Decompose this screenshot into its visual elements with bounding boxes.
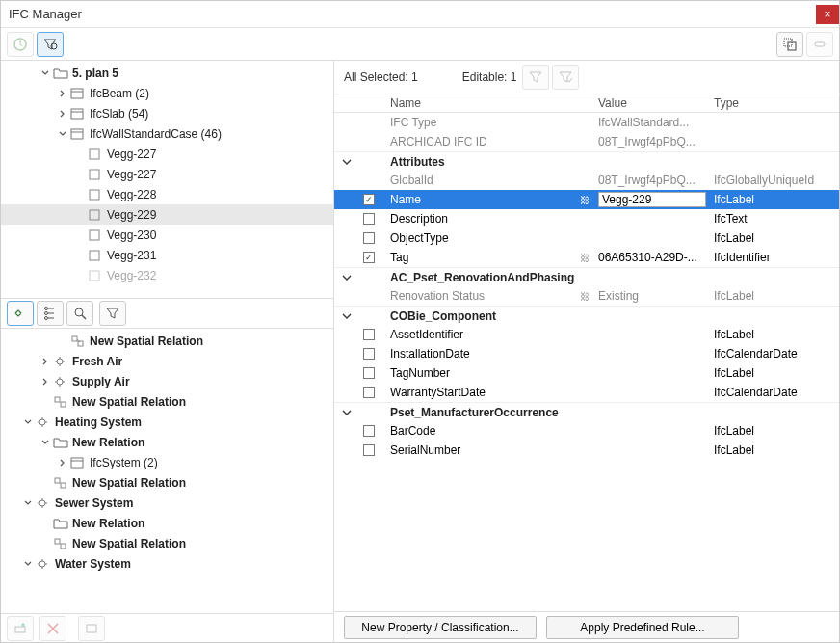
tree-item-ifcbeam[interactable]: IfcBeam (2) <box>1 83 333 103</box>
tree-item-nsr4[interactable]: New Spatial Relation <box>1 533 333 553</box>
tree-item-vegg232[interactable]: Vegg-232 <box>1 265 333 285</box>
tree-item-vegg230[interactable]: Vegg-230 <box>1 225 333 245</box>
row-globalid: GlobalId 08T_Irwgf4pPbQ... IfcGloballyUn… <box>334 171 839 190</box>
row-description[interactable]: Description IfcText <box>334 209 839 228</box>
barcode-checkbox[interactable] <box>363 425 375 437</box>
svg-rect-40 <box>61 544 66 549</box>
warranty-checkbox[interactable] <box>363 387 375 398</box>
name-checkbox[interactable] <box>363 194 375 205</box>
property-footer: New Property / Classification... Apply P… <box>334 611 839 642</box>
system-icon <box>53 375 68 388</box>
chevron-right-icon <box>57 457 68 469</box>
tree-item-plan5[interactable]: 5. plan 5 <box>1 63 333 83</box>
tree-item-freshair[interactable]: Fresh Air <box>1 351 333 371</box>
apply-rule-button[interactable]: Apply Predefined Rule... <box>546 616 739 639</box>
tree-item-nsr1[interactable]: New Spatial Relation <box>1 331 333 351</box>
row-ifc-type: IFC Type IfcWallStandard... <box>334 113 839 132</box>
tree-item-ifcwall[interactable]: IfcWallStandardCase (46) <box>1 123 333 144</box>
tree-item-newrel[interactable]: New Relation <box>1 432 333 452</box>
ifc-type-icon <box>70 87 86 100</box>
row-archicad-id: ARCHICAD IFC ID 08T_Irwgf4pPbQ... <box>334 132 839 151</box>
row-name[interactable]: Name ⛓ IfcLabel <box>334 190 839 209</box>
spatial-relation-icon <box>70 335 86 348</box>
group-cobie[interactable]: COBie_Component <box>334 306 839 325</box>
element-icon <box>88 168 103 181</box>
svg-rect-37 <box>61 483 66 488</box>
assignment-tree[interactable]: New Spatial Relation Fresh Air Supply Ai… <box>1 329 333 613</box>
assetid-checkbox[interactable] <box>363 329 375 340</box>
tree-item-vegg227a[interactable]: Vegg-227 <box>1 144 333 164</box>
tree-item-supplyair[interactable]: Supply Air <box>1 371 333 391</box>
collapse-icon[interactable] <box>342 273 352 282</box>
filter-assign-button[interactable] <box>99 301 126 326</box>
tree-item-nsr3[interactable]: New Spatial Relation <box>1 472 333 493</box>
tree-item-vegg231[interactable]: Vegg-231 <box>1 245 333 265</box>
system-icon <box>53 355 68 368</box>
row-objecttype[interactable]: ObjectType IfcLabel <box>334 228 839 248</box>
svg-point-33 <box>39 419 45 425</box>
chevron-down-icon <box>22 558 34 570</box>
filter-checked-button <box>552 65 579 90</box>
collapse-icon[interactable] <box>342 408 352 417</box>
row-tag[interactable]: Tag ⛓ 06A65310-A29D-... IfcIdentifier <box>334 248 839 267</box>
main-toolbar <box>1 28 839 61</box>
element-icon <box>88 228 103 242</box>
row-tagnumber[interactable]: TagNumber IfcLabel <box>334 363 839 383</box>
tree-item-sewer[interactable]: Sewer System <box>1 493 333 513</box>
chevron-down-icon <box>39 437 51 448</box>
link-icon: ⛓ <box>580 291 590 302</box>
header-name[interactable]: Name <box>386 96 575 110</box>
row-warrantystartdate[interactable]: WarrantyStartDate IfcCalendarDate <box>334 383 839 402</box>
serial-checkbox[interactable] <box>363 444 375 456</box>
instdate-checkbox[interactable] <box>363 348 375 360</box>
svg-point-20 <box>45 317 48 320</box>
tree-item-vegg228[interactable]: Vegg-228 <box>1 184 333 204</box>
window-title: IFC Manager <box>9 7 816 21</box>
hierarchy-button[interactable] <box>37 301 64 326</box>
folder-icon <box>53 517 68 530</box>
name-value-input[interactable] <box>598 192 706 207</box>
tree-item-ifcsystem[interactable]: IfcSystem (2) <box>1 452 333 472</box>
close-button[interactable]: × <box>816 5 839 24</box>
new-assignment-button[interactable] <box>7 301 34 326</box>
svg-point-41 <box>39 561 45 567</box>
system-icon <box>36 496 51 510</box>
collapse-icon[interactable] <box>342 311 352 321</box>
svg-point-29 <box>57 359 63 364</box>
group-attributes[interactable]: Attributes <box>334 151 839 171</box>
tree-item-heating[interactable]: Heating System <box>1 412 333 432</box>
group-mfr[interactable]: Pset_ManufacturerOccurrence <box>334 402 839 421</box>
tagno-checkbox[interactable] <box>363 367 375 379</box>
link-button <box>806 32 833 57</box>
row-assetidentifier[interactable]: AssetIdentifier IfcLabel <box>334 325 839 344</box>
svg-rect-43 <box>87 625 96 632</box>
spatial-relation-icon <box>53 395 68 409</box>
group-renovation[interactable]: AC_Pset_RenovationAndPhasing <box>334 267 839 286</box>
tree-item-vegg227b[interactable]: Vegg-227 <box>1 164 333 184</box>
tree-item-nsr2[interactable]: New Spatial Relation <box>1 391 333 412</box>
row-installationdate[interactable]: InstallationDate IfcCalendarDate <box>334 344 839 363</box>
chevron-down-icon <box>39 67 51 79</box>
tree-item-vegg229[interactable]: Vegg-229 <box>1 204 333 225</box>
element-icon <box>88 249 103 262</box>
row-barcode[interactable]: BarCode IfcLabel <box>334 421 839 441</box>
header-type[interactable]: Type <box>710 96 839 110</box>
svg-rect-13 <box>90 190 99 200</box>
tree-item-newrel2[interactable]: New Relation <box>1 513 333 533</box>
collapse-icon[interactable] <box>342 157 352 167</box>
search-assign-button[interactable] <box>66 301 93 326</box>
objtype-checkbox[interactable] <box>363 232 375 244</box>
new-property-button[interactable]: New Property / Classification... <box>344 616 537 639</box>
element-tree[interactable]: 5. plan 5 IfcBeam (2) IfcSlab (54) IfcWa… <box>1 61 333 298</box>
property-table[interactable]: Name Value Type IFC Type IfcWallStandard… <box>334 94 839 611</box>
tree-item-water[interactable]: Water System <box>1 553 333 574</box>
select-inverse-button[interactable] <box>776 32 803 57</box>
tree-item-ifcslab[interactable]: IfcSlab (54) <box>1 103 333 123</box>
row-serialnumber[interactable]: SerialNumber IfcLabel <box>334 441 839 460</box>
filter-view-button[interactable] <box>37 32 64 57</box>
chevron-down-icon <box>22 497 34 509</box>
svg-rect-39 <box>55 539 60 544</box>
desc-checkbox[interactable] <box>363 213 375 225</box>
header-value[interactable]: Value <box>594 96 710 110</box>
tag-checkbox[interactable] <box>363 252 375 263</box>
